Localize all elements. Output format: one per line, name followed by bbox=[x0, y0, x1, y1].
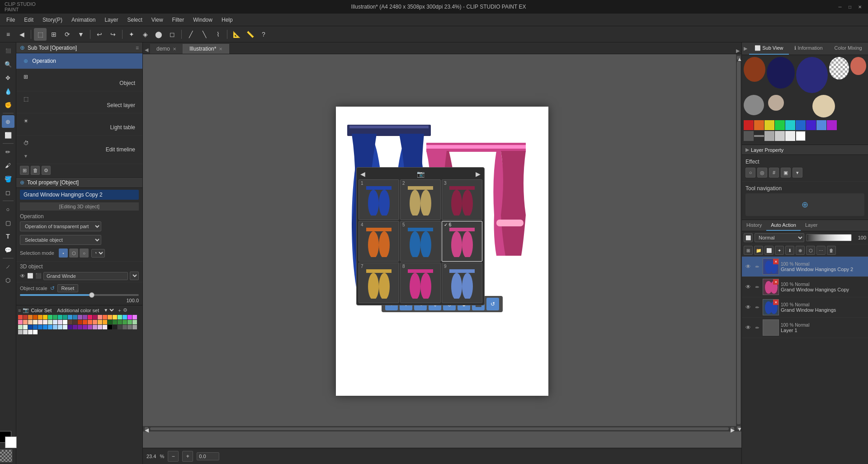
color-swatch[interactable] bbox=[108, 325, 112, 329]
fill-btn[interactable]: ⬤ bbox=[152, 28, 165, 41]
swatch-checker[interactable] bbox=[829, 57, 849, 80]
color-swatch[interactable] bbox=[123, 325, 127, 329]
color-swatch[interactable] bbox=[33, 315, 38, 319]
layer-item-original[interactable]: 👁 ✏ ✕ 100 % Normal Grand Window Hangings bbox=[742, 297, 868, 318]
reset-button[interactable]: Reset bbox=[57, 284, 79, 292]
pen2-btn[interactable]: ╲ bbox=[198, 28, 211, 41]
effect-ring[interactable]: ◎ bbox=[757, 168, 767, 178]
coord-input[interactable] bbox=[197, 452, 219, 460]
pen3-btn[interactable]: ⌇ bbox=[212, 28, 224, 41]
balloon-tool[interactable]: 💬 bbox=[2, 244, 14, 256]
scroll-down-btn[interactable]: ▼ bbox=[737, 426, 741, 430]
color-swatch[interactable] bbox=[93, 315, 97, 319]
color-swatch[interactable] bbox=[38, 325, 42, 329]
eyedrop-btn[interactable]: ◈ bbox=[139, 28, 151, 41]
layer-item-layer1[interactable]: 👁 ✏ 100 % Normal Layer 1 bbox=[742, 318, 868, 338]
color-swatch[interactable] bbox=[113, 315, 117, 319]
color-swatch[interactable] bbox=[88, 325, 92, 329]
layer-ref-btn[interactable]: ⬡ bbox=[806, 246, 815, 255]
variant-prev-btn[interactable]: ◀ bbox=[360, 170, 365, 178]
right-panel-collapse[interactable]: ▶ bbox=[742, 42, 749, 55]
subtool-operation[interactable]: ⊕ Operation bbox=[16, 53, 142, 69]
window-controls[interactable]: ─ □ ✕ bbox=[836, 3, 863, 10]
variant-cell-5[interactable]: 5 bbox=[400, 221, 441, 262]
color-swatch[interactable] bbox=[48, 315, 52, 319]
horizontal-scrollbar[interactable]: ◀ ▶ bbox=[143, 426, 736, 431]
palette-purple[interactable] bbox=[827, 120, 837, 130]
color-swatch[interactable] bbox=[113, 325, 117, 329]
layer-mask-btn[interactable]: ⬜ bbox=[764, 246, 774, 255]
color-swatch[interactable] bbox=[103, 315, 107, 319]
scroll-thumb-h[interactable] bbox=[150, 427, 729, 430]
swatch-beige[interactable] bbox=[768, 95, 784, 111]
text-tool[interactable]: T bbox=[2, 230, 14, 243]
sel-poly-icon[interactable]: ⬡ bbox=[69, 248, 78, 258]
color-swatch[interactable] bbox=[132, 320, 137, 324]
color-swatch[interactable] bbox=[103, 320, 107, 324]
color-swatch[interactable] bbox=[132, 315, 137, 319]
scale-slider[interactable] bbox=[20, 294, 139, 296]
tab-demo-close[interactable]: ✕ bbox=[173, 47, 176, 52]
color-swatch[interactable] bbox=[18, 320, 23, 324]
colorset-settings-icon[interactable]: ⚙ bbox=[123, 307, 127, 313]
color-swatch[interactable] bbox=[63, 320, 67, 324]
color-swatch[interactable] bbox=[68, 320, 72, 324]
color-swatch[interactable] bbox=[127, 315, 132, 319]
measure-btn[interactable]: 📏 bbox=[244, 28, 256, 41]
effect-rect[interactable]: ▣ bbox=[781, 168, 791, 178]
color-swatch[interactable] bbox=[98, 325, 102, 329]
layer-vis-copy[interactable]: 👁 bbox=[745, 283, 752, 291]
color-swatch[interactable] bbox=[23, 320, 28, 324]
color-swatch[interactable] bbox=[33, 320, 38, 324]
color-swatch[interactable] bbox=[132, 325, 137, 329]
color-swatch[interactable] bbox=[88, 320, 92, 324]
color-swatch[interactable] bbox=[123, 320, 127, 324]
color-swatch[interactable] bbox=[83, 315, 87, 319]
menu-window[interactable]: Window bbox=[189, 15, 217, 25]
color-swatch[interactable] bbox=[63, 315, 67, 319]
palette-red[interactable] bbox=[744, 120, 754, 130]
palette-teal[interactable] bbox=[785, 120, 795, 130]
selectable-select[interactable]: Selectable object bbox=[20, 235, 101, 245]
color-swatch[interactable] bbox=[28, 315, 33, 319]
effect-expand[interactable]: ▾ bbox=[793, 168, 802, 178]
colorset-dropdown[interactable]: ▼ bbox=[102, 307, 115, 313]
color-swatch[interactable] bbox=[113, 320, 117, 324]
color-swatch[interactable] bbox=[108, 320, 112, 324]
blend-mode-select[interactable]: Normal bbox=[755, 233, 804, 242]
color-swatch[interactable] bbox=[53, 320, 57, 324]
palette-yellow[interactable] bbox=[764, 120, 774, 130]
ruler-tool[interactable]: ⟋ bbox=[2, 260, 14, 273]
palette-white[interactable] bbox=[796, 131, 806, 141]
zoom-plus-btn[interactable]: + bbox=[182, 451, 193, 462]
scroll-left-btn[interactable]: ◀ bbox=[145, 427, 148, 431]
background-color[interactable] bbox=[5, 436, 17, 448]
tab-right-btn[interactable]: ▶ bbox=[734, 48, 741, 54]
color-swatch[interactable] bbox=[98, 315, 102, 319]
tab-layer[interactable]: Layer bbox=[801, 220, 822, 231]
ruler-btn[interactable]: 📐 bbox=[230, 28, 243, 41]
layer-folder-btn[interactable]: 📁 bbox=[754, 246, 763, 255]
eraser-btn[interactable]: ◻ bbox=[166, 28, 179, 41]
grab-tool[interactable]: ✊ bbox=[2, 98, 14, 111]
layer-item-copy[interactable]: 👁 ✏ ✕ 100 % Normal Grand Window Hangings… bbox=[742, 277, 868, 297]
variant-cell-8[interactable]: 8 bbox=[400, 262, 441, 303]
tool-nav-icon[interactable]: ⊕ bbox=[802, 200, 808, 210]
subtool-edit-timeline[interactable]: ⏱ Edit timeline ▼ bbox=[16, 136, 142, 164]
tab-information[interactable]: ℹ Information bbox=[789, 42, 829, 55]
subtool-light-table[interactable]: ☀ Light table bbox=[16, 113, 142, 136]
layer-effect-btn[interactable]: ✦ bbox=[775, 246, 784, 255]
layer-vis-layer1[interactable]: 👁 bbox=[745, 324, 752, 331]
palette-light[interactable] bbox=[775, 131, 785, 141]
effect-circle[interactable]: ○ bbox=[745, 168, 755, 178]
fill-tool[interactable]: 🪣 bbox=[2, 173, 14, 185]
subtool-object[interactable]: ⊞ Object bbox=[16, 69, 142, 91]
layer-edit-layer1[interactable]: ✏ bbox=[754, 324, 761, 331]
color-swatch[interactable] bbox=[88, 315, 92, 319]
color-swatch[interactable] bbox=[53, 325, 57, 329]
dropdown-btn[interactable]: ▼ bbox=[75, 28, 87, 41]
subtool-select-layer[interactable]: ⬚ Select layer bbox=[16, 91, 142, 113]
color-swatch[interactable] bbox=[43, 315, 47, 319]
subtool-icon-3[interactable]: ⚙ bbox=[42, 166, 51, 175]
swatch-dark-navy[interactable] bbox=[767, 57, 794, 89]
